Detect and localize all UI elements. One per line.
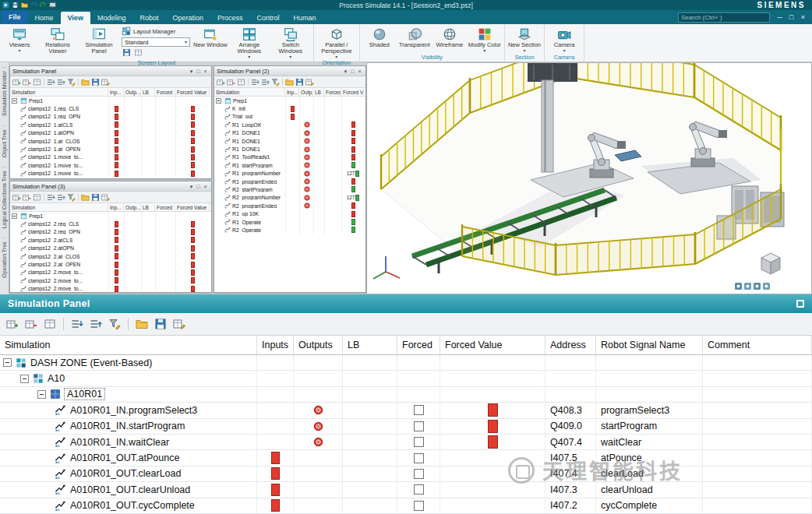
signal-row[interactable]: A010R01_OUT.clearUnloadI407.3clearUnload — [0, 482, 812, 498]
mini-signal-row[interactable]: clamps12_2.at_OPEN — [10, 260, 211, 268]
forced-checkbox[interactable] — [414, 453, 424, 463]
sidebar-tab-logical-collections-tree[interactable]: Logical Collections Tree — [2, 167, 7, 231]
mini-signal-row[interactable]: R1_op 10K — [214, 209, 365, 217]
redo-icon[interactable] — [40, 2, 47, 9]
collapse-expand-icon[interactable] — [20, 375, 29, 383]
delete-layout-button[interactable] — [134, 48, 143, 57]
tab-file[interactable]: File — [2, 10, 28, 24]
attach-signals-button[interactable] — [5, 316, 20, 332]
panel-close-icon[interactable]: × — [202, 182, 209, 191]
mini-signal-row[interactable]: clamps12_2.req_CLS — [10, 220, 211, 227]
customize-columns-button[interactable] — [305, 78, 314, 86]
arrange-windows-button[interactable]: Arrange Windows▾ — [229, 25, 270, 59]
sidebar-tab-operation-tree[interactable]: Operation Tree — [2, 238, 7, 281]
clear-grid-button[interactable] — [33, 78, 41, 86]
collapse-expand-icon[interactable] — [12, 98, 17, 104]
filter-edit-button[interactable] — [271, 78, 280, 86]
detach-signals-button[interactable] — [23, 193, 31, 202]
save-button[interactable] — [153, 316, 168, 332]
panel-float-icon[interactable]: □ — [349, 67, 356, 76]
transparent-button[interactable]: Transparent — [397, 25, 432, 48]
mini-signal-row[interactable]: R2_programEnded — [214, 202, 365, 209]
mini-signal-row[interactable]: clamps12_1.move_to... — [10, 161, 211, 169]
mini-signal-row[interactable]: clamps12_2.move_to... — [10, 276, 211, 284]
tree-group-row[interactable]: DASH ZONE (Event-Based) — [0, 355, 812, 371]
filter-edit-button[interactable] — [67, 78, 76, 86]
view-cube-icon[interactable] — [761, 253, 780, 274]
minimize-button[interactable]: ─ — [774, 11, 786, 23]
tab-process[interactable]: Process — [210, 12, 250, 24]
panel-float-icon[interactable]: □ — [195, 67, 202, 76]
mini-signal-row[interactable]: R2_Operate — [214, 226, 365, 234]
mini-signal-row[interactable]: clamps12_1.at_OPEN — [10, 145, 211, 153]
mini-signal-row[interactable]: R2_programNumber127 — [214, 194, 365, 202]
mini-signal-row[interactable]: clamps12_1.atOPN — [10, 129, 211, 137]
mini-signal-row[interactable]: clamps12_1.at_CLOS — [10, 137, 211, 145]
mini-signal-row[interactable]: clamps12_2.atCLS — [10, 236, 211, 244]
signal-row[interactable]: A010R01_OUT.clearLoadI407.4clearLoad — [0, 466, 812, 482]
tab-view[interactable]: View — [61, 12, 90, 24]
expand-all-button[interactable] — [47, 78, 55, 86]
open-file-button[interactable] — [81, 193, 90, 202]
tab-control[interactable]: Control — [250, 12, 287, 24]
filter-edit-button[interactable] — [107, 316, 122, 332]
panel-close-icon[interactable]: × — [356, 67, 363, 76]
expand-all-button[interactable] — [47, 193, 55, 202]
signal-row[interactable]: A010R01_OUT.cycCompleteI407.2cycComplete — [0, 498, 812, 514]
switch-windows-button[interactable]: Switch Windows▾ — [270, 25, 311, 59]
save-button[interactable] — [295, 78, 304, 86]
detach-signals-button[interactable] — [23, 78, 31, 86]
mini-signal-row[interactable]: clamps12_1.atCLS — [10, 121, 211, 128]
collapse-expand-icon[interactable] — [37, 390, 46, 399]
mini-signal-row[interactable]: R1_DONE1 — [214, 145, 365, 153]
mini-signal-row[interactable]: clamps12_2.move_to... — [10, 285, 211, 292]
attach-signals-button[interactable] — [12, 193, 21, 202]
tab-robot[interactable]: Robot — [132, 12, 165, 24]
collapse-all-button[interactable] — [88, 316, 104, 332]
wireframe-button[interactable]: Wireframe — [432, 25, 467, 48]
filter-edit-button[interactable] — [67, 193, 76, 202]
tree-root-row[interactable]: Prep1 — [214, 97, 365, 104]
mini-signal-row[interactable]: R1_DONE1 — [214, 137, 365, 145]
detach-signals-button[interactable] — [227, 78, 235, 86]
sidebar-tab-object-tree[interactable]: Object Tree — [2, 125, 7, 160]
forced-checkbox[interactable] — [414, 405, 424, 415]
collapse-expand-icon[interactable] — [216, 98, 221, 104]
simulation-panel-button[interactable]: Simulation Panel — [79, 25, 119, 55]
search-input[interactable] — [678, 12, 770, 23]
maximize-button[interactable]: □ — [786, 11, 797, 23]
mini-signal-row[interactable]: clamps12_2.move_to... — [10, 269, 211, 276]
open-file-button[interactable] — [285, 78, 294, 86]
customize-columns-button[interactable] — [101, 78, 110, 86]
mini-signal-row[interactable]: clamps12_1.move_to... — [10, 170, 211, 178]
panel-menu-icon[interactable]: ▾ — [188, 67, 195, 76]
forced-checkbox[interactable] — [414, 501, 424, 511]
viewers-button[interactable]: Viewers▾ — [2, 25, 37, 53]
relations-viewer-button[interactable]: Relations Viewer — [37, 25, 78, 55]
collapse-expand-icon[interactable] — [3, 358, 12, 367]
close-button[interactable]: × — [797, 11, 809, 23]
mini-signal-row[interactable]: K_init — [214, 104, 365, 112]
panel-menu-icon[interactable]: ▾ — [188, 182, 195, 191]
mini-signal-row[interactable]: clamps12_2.req_OPN — [10, 228, 211, 236]
panel-close-icon[interactable]: × — [202, 67, 209, 76]
modify-color-button[interactable]: Modify Color▾ — [468, 25, 502, 53]
panel-restore-icon[interactable] — [796, 300, 804, 308]
mini-signal-row[interactable]: clamps12_1.req_CLS — [10, 104, 211, 112]
mini-signal-row[interactable]: clamps12_2.at_CLOS — [10, 252, 211, 260]
layout-preset-select[interactable]: Standard▾ — [122, 37, 190, 47]
collapse-all-button[interactable] — [57, 193, 65, 202]
collapse-expand-icon[interactable] — [12, 213, 17, 219]
expand-all-button[interactable] — [251, 78, 259, 86]
mini-signal-row[interactable]: R2_startProgram — [214, 185, 365, 193]
mini-signal-row[interactable]: R1_startProgram — [214, 161, 365, 169]
tree-root-row[interactable]: Prep1 — [10, 97, 211, 104]
save-icon[interactable] — [12, 2, 19, 9]
mini-signal-row[interactable]: clamps12_1.move_to... — [10, 153, 211, 161]
new-window-button[interactable]: New Window — [192, 25, 228, 48]
clear-grid-button[interactable] — [33, 193, 41, 202]
open-file-button[interactable] — [134, 316, 150, 332]
signal-row[interactable]: A010R01_IN.startProgramQ409.0startProgra… — [0, 419, 812, 435]
viewport-3d[interactable] — [366, 62, 812, 294]
mini-signal-row[interactable]: R1_programEnded — [214, 178, 365, 185]
